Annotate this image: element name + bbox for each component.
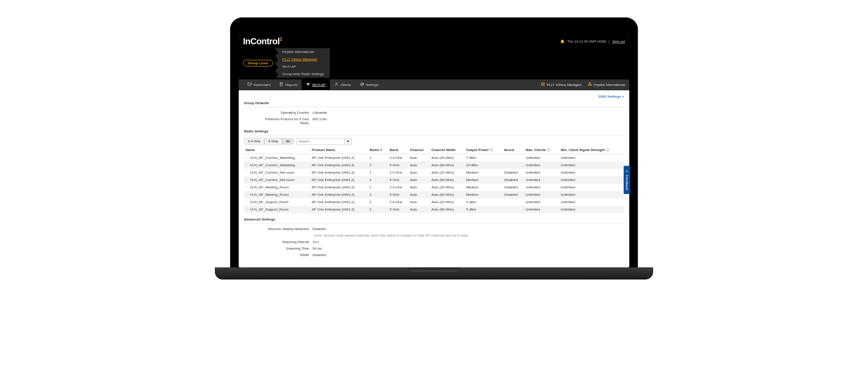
nav-tab-wi-fi-ap[interactable]: Wi-Fi AP <box>302 79 330 90</box>
star-icon[interactable]: ☆ <box>246 193 249 197</box>
column-header[interactable]: Channel <box>408 146 430 154</box>
kv-value: 802.11ac <box>312 117 327 125</box>
filter-24ghz[interactable]: 2.4 GHz <box>244 138 264 145</box>
svg-point-2 <box>336 83 337 84</box>
star-icon[interactable]: ☆ <box>246 200 249 204</box>
table-cell: 2 <box>368 161 388 169</box>
table-cell: ☆VLN_AP_Support_Room <box>244 206 310 213</box>
feedback-tab[interactable]: ☺ Feedback <box>624 166 630 194</box>
table-cell: Unlimited <box>524 176 559 184</box>
context-pllt-vilnius-managed[interactable]: PLLT Vilnius Managed <box>541 82 582 87</box>
table-cell: Auto <box>408 198 430 206</box>
org-icon <box>588 82 592 87</box>
table-row[interactable]: ☆VLN_AP_Support_RoomAP One Enterprise (H… <box>244 198 624 206</box>
filter-all[interactable]: All <box>282 138 294 145</box>
breadcrumb-item[interactable]: PLLT Vilnius Managed <box>275 56 330 63</box>
table-row[interactable]: ☆VLN_AP_Corridor_MarketingAP One Enterpr… <box>244 161 624 169</box>
table-cell: AP One Enterprise (HW1,2) <box>310 154 368 162</box>
filter-5ghz[interactable]: 5 GHz <box>264 138 282 145</box>
breadcrumb-item[interactable]: Group-wide Radio Settings <box>275 70 330 78</box>
table-cell: Auto (80 MHz) <box>430 206 464 213</box>
column-header[interactable]: Channel Width <box>430 146 464 154</box>
table-cell: Auto <box>408 154 430 162</box>
table-cell: Unlimited <box>559 198 624 206</box>
info-icon[interactable]: i <box>606 148 609 151</box>
table-cell: 5 GHz <box>388 176 408 184</box>
star-icon[interactable]: ☆ <box>246 207 249 211</box>
table-cell: AP One Enterprise (HW1,2) <box>310 191 368 198</box>
table-cell: 5 GHz <box>388 206 408 213</box>
table-row[interactable]: ☆VLN_AP_Support_RoomAP One Enterprise (H… <box>244 206 624 213</box>
column-header[interactable]: Band <box>388 146 408 154</box>
advanced-settings-header: Advanced Settings <box>244 217 624 221</box>
advanced-row: Discover Nearby NetworksDisabled <box>244 226 624 233</box>
kv-value: Disabled <box>312 227 326 231</box>
column-header[interactable]: Output Poweri <box>464 146 503 154</box>
person-icon <box>334 82 339 87</box>
nav-tab-settings[interactable]: Settings <box>355 79 383 90</box>
table-row[interactable]: ☆VLN_AP_Meeting_RoomAP One Enterprise (H… <box>244 184 624 191</box>
table-cell <box>503 161 524 169</box>
table-cell: ☆VLN_AP_Support_Room <box>244 198 310 206</box>
ssid-settings-link[interactable]: SSID Settings > <box>244 95 624 99</box>
monitor-icon <box>247 82 252 87</box>
column-header[interactable]: Product Name <box>310 146 368 154</box>
star-icon[interactable]: ☆ <box>246 171 249 174</box>
column-header[interactable]: Radio # <box>368 146 388 154</box>
table-cell: Medium <box>464 169 503 176</box>
table-cell: Auto (80 MHz) <box>430 191 464 198</box>
table-cell: 2 <box>368 191 388 198</box>
group-level-pill[interactable]: Group Level <box>243 60 273 66</box>
nav-tab-label: Clients <box>340 83 351 87</box>
table-cell: Auto (20 MHz) <box>430 154 464 162</box>
column-header[interactable]: Min. Client Signal Strengthi <box>559 146 624 154</box>
advanced-row: WMMDisabled <box>244 252 624 259</box>
star-icon[interactable]: ☆ <box>246 185 249 189</box>
nav-tab-clients[interactable]: Clients <box>330 79 355 90</box>
star-icon[interactable]: ☆ <box>246 163 249 167</box>
table-row[interactable]: ☆VLN_AP_Meeting_RoomAP One Enterprise (H… <box>244 191 624 198</box>
table-cell: Medium <box>464 176 503 184</box>
table-cell: 2.4 GHz <box>388 169 408 176</box>
laptop-frame: InControl2 🔔 Thu 14:12:36 GMT+0200 | Sig… <box>230 17 638 280</box>
table-row[interactable]: ☆VLN_AP_Corridor_Net-roomAP One Enterpri… <box>244 176 624 184</box>
svg-rect-8 <box>544 84 545 85</box>
column-header[interactable]: Name <box>244 146 310 154</box>
kv-label: Preferred Protocol for 5 GHz Radio <box>261 117 309 125</box>
table-row[interactable]: ☆VLN_AP_Corridor_MarketingAP One Enterpr… <box>244 154 624 162</box>
star-icon[interactable]: ☆ <box>246 178 249 182</box>
table-cell: ☆VLN_AP_Corridor_Net-room <box>244 176 310 184</box>
column-header[interactable]: Max. Clientsi <box>524 146 559 154</box>
context-peplink-international[interactable]: Peplink International <box>588 82 625 87</box>
table-cell: ☆VLN_AP_Corridor_Marketing <box>244 154 310 162</box>
table-cell: Auto (80 MHz) <box>430 176 464 184</box>
breadcrumb-item[interactable]: Peplink International <box>275 48 330 56</box>
table-cell: Unlimited <box>524 191 559 198</box>
table-cell: 1 <box>368 154 388 162</box>
table-cell: 2.4 GHz <box>388 184 408 191</box>
bell-icon[interactable]: 🔔 <box>560 39 565 43</box>
nav-tab-dashboard[interactable]: Dashboard <box>243 79 275 90</box>
nav-tab-reports[interactable]: Reports <box>275 79 302 90</box>
kv-label: Scanning Interval <box>261 240 309 244</box>
advanced-row: Scanning Interval10 s <box>244 239 624 246</box>
page-content: SSID Settings > Group Defaults Operating… <box>239 90 629 267</box>
star-icon[interactable]: ☆ <box>246 156 249 160</box>
search-dropdown-button[interactable]: ▾ <box>344 138 352 145</box>
search-input[interactable] <box>296 138 344 145</box>
table-cell: Unlimited <box>559 169 624 176</box>
info-icon[interactable]: i <box>547 148 550 151</box>
table-cell: 1 <box>368 169 388 176</box>
radio-filters: 2.4 GHz5 GHzAll ▾ <box>244 138 624 145</box>
table-cell: Unlimited <box>524 184 559 191</box>
svg-rect-6 <box>541 84 542 85</box>
app-screen: InControl2 🔔 Thu 14:12:36 GMT+0200 | Sig… <box>239 34 629 267</box>
breadcrumb-item[interactable]: Wi-Fi AP <box>275 63 330 70</box>
info-icon[interactable]: i <box>490 148 493 151</box>
table-row[interactable]: ☆VLN_AP_Corridor_Net-roomAP One Enterpri… <box>244 169 624 176</box>
column-header[interactable]: Boost <box>503 146 524 154</box>
kv-value: 10 s <box>312 240 319 244</box>
table-cell: 3 dBm <box>464 198 503 206</box>
table-cell: Unlimited <box>524 198 559 206</box>
signout-link[interactable]: Sign out <box>612 39 625 43</box>
